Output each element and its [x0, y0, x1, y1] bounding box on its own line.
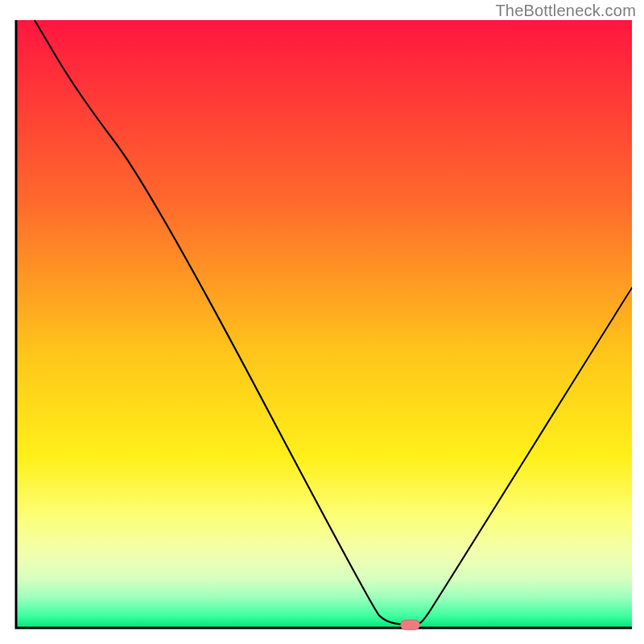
plot-background	[16, 20, 632, 628]
watermark-label: TheBottleneck.com	[495, 2, 636, 20]
optimal-marker	[401, 620, 420, 630]
bottleneck-chart	[0, 0, 644, 644]
